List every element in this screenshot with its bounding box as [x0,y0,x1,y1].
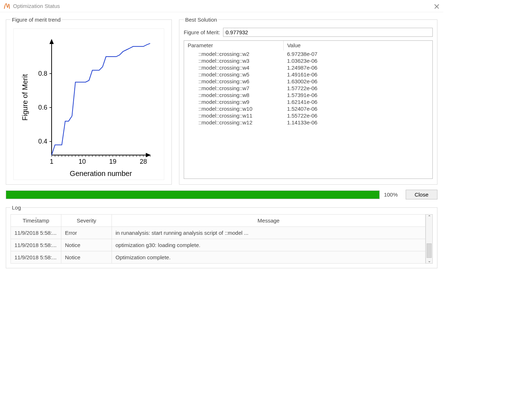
figure-of-merit-trend-panel: Figure of merit trend 0.40.60.81101928Ge… [6,17,172,185]
param-value: 1.14133e-06 [283,119,432,126]
param-name: ::model::crossing::w9 [184,98,283,105]
param-name: ::model::crossing::w6 [184,78,283,85]
param-value: 6.97238e-07 [283,50,432,57]
log-panel: Log ⌄ Timestamp Severity Message [6,204,437,268]
log-severity: Notice [61,239,112,251]
param-row[interactable]: ::model::crossing::w51.49161e-06 [184,71,432,78]
fom-chart: 0.40.60.81101928Generation numberFigure … [13,28,164,180]
log-row[interactable]: 11/9/2018 5:58:...NoticeOptimization com… [11,251,426,264]
log-severity: Notice [61,251,112,264]
log-severity: Error [61,227,112,239]
svg-text:10: 10 [79,158,86,165]
param-value: 1.63002e-06 [283,78,432,85]
param-name: ::model::crossing::w10 [184,105,283,112]
svg-text:Figure of Merit: Figure of Merit [21,74,29,120]
svg-text:28: 28 [140,158,147,165]
param-value: 1.24987e-06 [283,64,432,71]
param-value: 1.03623e-06 [283,57,432,64]
app-icon [4,3,10,9]
param-row[interactable]: ::model::crossing::w121.14133e-06 [184,119,432,126]
close-button[interactable]: Close [406,190,437,199]
param-name: ::model::crossing::w7 [184,85,283,92]
log-scrollbar[interactable]: ⌃ ⌄ [426,214,433,264]
log-row[interactable]: 11/9/2018 5:58:...Noticeoptimization g30… [11,239,426,251]
param-value: 1.55722e-06 [283,112,432,119]
param-row[interactable]: ::model::crossing::w101.52407e-06 [184,105,432,112]
param-name: ::model::crossing::w2 [184,50,283,57]
param-row[interactable]: ::model::crossing::w61.63002e-06 [184,78,432,85]
svg-text:1: 1 [50,158,53,165]
trend-panel-title: Figure of merit trend [10,17,62,23]
log-timestamp: 11/9/2018 5:58:... [11,251,61,264]
best-panel-title: Best Solution [184,17,218,23]
svg-text:Generation number: Generation number [70,169,132,177]
log-message: Optimization complete. [112,251,426,264]
param-name: ::model::crossing::w5 [184,71,283,78]
log-header-message[interactable]: Message [112,215,426,227]
param-row[interactable]: ::model::crossing::w81.57391e-06 [184,92,432,98]
param-name: ::model::crossing::w4 [184,64,283,71]
param-row[interactable]: ::model::crossing::w26.97238e-07 [184,50,432,57]
svg-text:0.4: 0.4 [38,138,47,145]
titlebar: Optimization Status [0,0,443,12]
param-header-parameter[interactable]: Parameter [184,41,283,50]
param-row[interactable]: ::model::crossing::w41.24987e-06 [184,64,432,71]
best-solution-panel: Best Solution Figure of Merit: Parameter… [179,17,437,185]
progress-bar [6,190,380,199]
scroll-down-icon[interactable]: ⌄ [428,259,431,263]
scroll-up-icon[interactable]: ⌃ [428,215,431,219]
sort-caret-icon: ⌄ [35,215,38,219]
param-value: 1.57722e-06 [283,85,432,92]
log-header-timestamp[interactable]: ⌄ Timestamp [11,215,61,227]
param-row[interactable]: ::model::crossing::w71.57722e-06 [184,85,432,92]
window-title: Optimization Status [13,3,60,9]
param-value: 1.62141e-06 [283,98,432,105]
fom-value-field[interactable] [223,28,433,37]
fom-label: Figure of Merit: [184,29,220,35]
param-row[interactable]: ::model::crossing::w91.62141e-06 [184,98,432,105]
log-timestamp: 11/9/2018 5:58:... [11,227,61,239]
log-header-severity[interactable]: Severity [61,215,112,227]
param-name: ::model::crossing::w8 [184,92,283,98]
log-row[interactable]: 11/9/2018 5:58:...Errorin runanalysis: s… [11,227,426,239]
log-message: optimization g30: loading complete. [112,239,426,251]
log-panel-title: Log [10,204,22,211]
param-row[interactable]: ::model::crossing::w111.55722e-06 [184,112,432,119]
svg-text:0.6: 0.6 [38,104,47,111]
param-value: 1.57391e-06 [283,92,432,98]
scroll-thumb[interactable] [427,243,432,258]
close-icon[interactable] [434,3,440,9]
svg-text:0.8: 0.8 [38,70,47,77]
log-timestamp: 11/9/2018 5:58:... [11,239,61,251]
parameter-table-box: Parameter Value ::model::crossing::w26.9… [184,40,433,179]
log-message: in runanalysis: start running analysis s… [112,227,426,239]
param-header-value[interactable]: Value [283,41,432,50]
progress-percent-label: 100% [384,191,401,198]
param-row[interactable]: ::model::crossing::w31.03623e-06 [184,57,432,64]
svg-marker-2 [49,39,54,44]
param-name: ::model::crossing::w12 [184,119,283,126]
param-value: 1.49161e-06 [283,71,432,78]
param-name: ::model::crossing::w11 [184,112,283,119]
param-name: ::model::crossing::w3 [184,57,283,64]
param-value: 1.52407e-06 [283,105,432,112]
svg-text:19: 19 [109,158,116,165]
